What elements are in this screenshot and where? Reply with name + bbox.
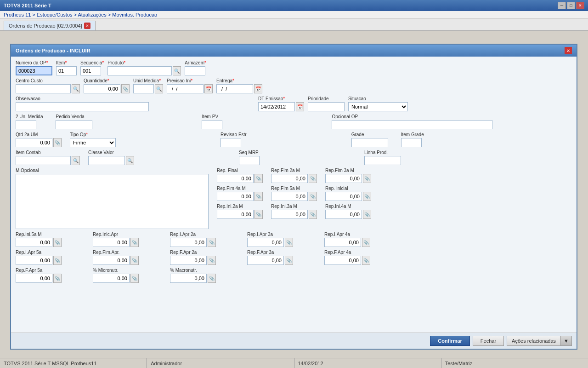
rep-fim2am-paperclip-icon[interactable]: 📎 <box>309 174 317 183</box>
unid-medida-search-icon[interactable]: 🔍 <box>155 84 163 93</box>
status-segment-2: Administrador <box>147 358 294 368</box>
input-entrega[interactable] <box>216 84 253 93</box>
field-produto: Produto 🔍 <box>107 60 181 75</box>
rep-fapr3a-paperclip-icon[interactable]: 📎 <box>285 256 293 265</box>
input-unid-medida[interactable] <box>133 84 154 93</box>
input-grade[interactable] <box>351 138 388 147</box>
dt-emissao-with-btn: 📅 <box>258 102 304 111</box>
input-macronutr[interactable] <box>170 274 207 283</box>
rep-fim-apr-paperclip-icon[interactable]: 📎 <box>130 256 139 265</box>
input-rep-fim2am[interactable] <box>271 174 308 183</box>
input-rep-ini5am[interactable] <box>16 238 52 247</box>
input-item-contab[interactable] <box>16 156 71 165</box>
input-pedido-venda[interactable] <box>56 120 92 129</box>
close-button[interactable]: ✕ <box>576 2 584 9</box>
micronutr-paperclip-icon[interactable]: 📎 <box>130 274 139 283</box>
rep-fapr2a-paperclip-icon[interactable]: 📎 <box>208 256 216 265</box>
select-tipo-op[interactable]: Firme Planejada Simulação <box>70 138 116 147</box>
item-contab-search-icon[interactable]: 🔍 <box>72 156 80 165</box>
input-rep-iapr2a[interactable] <box>170 238 207 247</box>
qtd2aum-paperclip-icon[interactable]: 📎 <box>53 138 62 147</box>
input-rep-iapr4a[interactable] <box>324 238 361 247</box>
rep-ini5am-paperclip-icon[interactable]: 📎 <box>53 238 62 247</box>
tab-ordens[interactable]: Ordens de Producao [02.9.0004] ✕ <box>4 21 96 30</box>
rep-ini2am-paperclip-icon[interactable]: 📎 <box>254 210 263 219</box>
acoes-dropdown-arrow[interactable]: ▼ <box>561 336 572 346</box>
centro-custo-search-icon[interactable]: 🔍 <box>72 84 80 93</box>
label-qtd2aum: Qtd 2a UM <box>16 132 62 137</box>
input-dt-emissao[interactable] <box>258 102 295 111</box>
rep-iapr5a-paperclip-icon[interactable]: 📎 <box>53 256 62 265</box>
input-rep-fim4am[interactable] <box>217 192 254 201</box>
input-opcional-op[interactable] <box>332 120 492 129</box>
input-micronutr[interactable] <box>93 274 130 283</box>
input-produto[interactable] <box>107 66 172 75</box>
textarea-m-opcional[interactable] <box>16 174 209 229</box>
entrega-calendar-icon[interactable]: 📅 <box>254 84 262 93</box>
rep-iapr3a-paperclip-icon[interactable]: 📎 <box>285 238 293 247</box>
label-rep-fim2am: Rep.Fim 2a M <box>271 168 317 173</box>
rep-fim3am-paperclip-icon[interactable]: 📎 <box>363 174 371 183</box>
input-rep-fim5am[interactable] <box>271 192 308 201</box>
input-rep-inic-apr[interactable] <box>93 238 130 247</box>
field-rep-fapr5a: Rep.F.Apr 5a 📎 <box>16 268 62 283</box>
fechar-button[interactable]: Fechar <box>473 336 504 346</box>
maximize-button[interactable]: □ <box>567 2 575 9</box>
rep-iapr4a-paperclip-icon[interactable]: 📎 <box>362 238 370 247</box>
input-armazem[interactable] <box>185 66 205 75</box>
input-centro-custo[interactable] <box>16 84 71 93</box>
input-quantidade[interactable] <box>84 84 120 93</box>
input-rep-ini2am[interactable] <box>217 210 254 219</box>
produto-search-icon[interactable]: 🔍 <box>173 66 181 75</box>
input-rep-fapr5a[interactable] <box>16 274 52 283</box>
rep-iapr2a-paperclip-icon[interactable]: 📎 <box>208 238 216 247</box>
input-observacao[interactable] <box>16 102 149 111</box>
quantidade-paperclip-icon[interactable]: 📎 <box>121 84 130 93</box>
select-situacao[interactable]: Normal Firme Liberada Encerrada <box>348 102 408 111</box>
input-numero-op[interactable] <box>16 66 52 75</box>
input-rep-iapr5a[interactable] <box>16 256 52 265</box>
rep-fim5am-paperclip-icon[interactable]: 📎 <box>309 192 317 201</box>
input-revisao-estr[interactable] <box>220 138 241 147</box>
macronutr-paperclip-icon[interactable]: 📎 <box>208 274 216 283</box>
label-previsao-ini: Previsao Ini <box>167 78 213 83</box>
tab-close-button[interactable]: ✕ <box>84 23 90 29</box>
input-item-grade[interactable] <box>401 138 422 147</box>
input-prioridade[interactable] <box>308 102 345 111</box>
input-item-pv[interactable] <box>202 120 222 129</box>
input-2um[interactable] <box>16 120 36 129</box>
classe-valor-search-icon[interactable]: 🔍 <box>126 156 134 165</box>
input-qtd2aum[interactable] <box>16 138 52 147</box>
rep-fapr4a-paperclip-icon[interactable]: 📎 <box>362 256 370 265</box>
acoes-relacionadas-button[interactable]: Ações relacionadas <box>507 336 561 346</box>
rep-fim4am-paperclip-icon[interactable]: 📎 <box>254 192 263 201</box>
dialog-title-text: Ordens de Producao - INCLUIR <box>16 48 90 53</box>
input-linha-prod[interactable] <box>364 156 401 165</box>
minimize-button[interactable]: ─ <box>558 2 566 9</box>
input-rep-fapr4a[interactable] <box>324 256 361 265</box>
input-rep-final[interactable] <box>217 174 254 183</box>
input-previsao-ini[interactable] <box>167 84 204 93</box>
input-rep-inicial[interactable] <box>325 192 362 201</box>
input-classe-valor[interactable] <box>88 156 125 165</box>
input-sequencia[interactable] <box>80 66 101 75</box>
rep-inicial-paperclip-icon[interactable]: 📎 <box>363 192 371 201</box>
rep-ini4am-paperclip-icon[interactable]: 📎 <box>363 210 371 219</box>
input-item[interactable] <box>56 66 77 75</box>
rep-final-paperclip-icon[interactable]: 📎 <box>254 174 263 183</box>
rep-fapr5a-paperclip-icon[interactable]: 📎 <box>53 274 62 283</box>
input-rep-fim3am[interactable] <box>325 174 362 183</box>
previsao-calendar-icon[interactable]: 📅 <box>204 84 213 93</box>
input-seq-mrp[interactable] <box>239 156 260 165</box>
input-rep-fim-apr[interactable] <box>93 256 130 265</box>
rep-ini3am-paperclip-icon[interactable]: 📎 <box>309 210 317 219</box>
dt-emissao-calendar-icon[interactable]: 📅 <box>296 102 304 111</box>
input-rep-fapr2a[interactable] <box>170 256 207 265</box>
input-rep-ini4am[interactable] <box>325 210 362 219</box>
confirmar-button[interactable]: Confirmar <box>430 336 470 346</box>
input-rep-iapr3a[interactable] <box>247 238 284 247</box>
input-rep-ini3am[interactable] <box>271 210 308 219</box>
rep-inic-apr-paperclip-icon[interactable]: 📎 <box>130 238 139 247</box>
dialog-close-button[interactable]: ✕ <box>565 47 572 54</box>
input-rep-fapr3a[interactable] <box>247 256 284 265</box>
